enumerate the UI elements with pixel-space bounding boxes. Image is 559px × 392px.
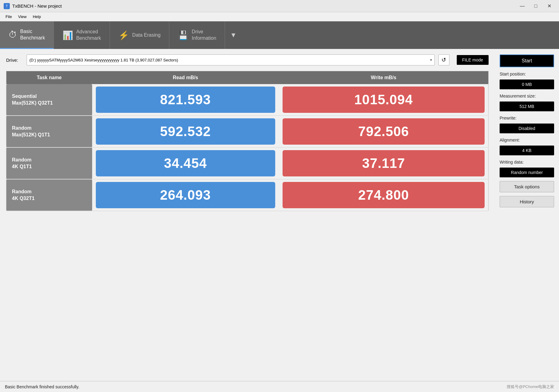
drive-label: Drive:	[6, 57, 23, 63]
writing-data-value: Random number	[500, 168, 554, 177]
title-bar: T TxBENCH - New project — □ ✕	[0, 0, 559, 12]
tab-basic-line1: Basic	[20, 28, 45, 35]
start-position-value: 0 MB	[500, 80, 554, 89]
tab-erasing-line1: Data Erasing	[132, 32, 161, 39]
table-row: Random Max(512K) Q1T1592.532792.506	[6, 116, 489, 147]
minimize-button[interactable]: —	[516, 2, 528, 10]
app-icon: T	[4, 3, 10, 9]
write-cell: 274.800	[279, 179, 489, 211]
write-value: 37.117	[283, 150, 485, 176]
benchmark-table: Task name Read mB/s Write mB/s Sequentia…	[6, 71, 489, 211]
start-button[interactable]: Start	[500, 54, 554, 67]
col-read: Read mB/s	[92, 71, 279, 84]
advanced-benchmark-icon: 📊	[62, 30, 73, 40]
tab-basic-line2: Benchmark	[20, 35, 45, 41]
tab-info-line2: Information	[192, 35, 216, 42]
tab-drive-information[interactable]: 💾 Drive Information	[169, 21, 225, 49]
menu-help[interactable]: Help	[30, 13, 44, 20]
title-bar-left: T TxBENCH - New project	[4, 3, 62, 9]
task-options-button[interactable]: Task options	[500, 181, 554, 192]
task-cell: Random Max(512K) Q1T1	[6, 116, 92, 147]
title-bar-controls: — □ ✕	[516, 2, 555, 10]
col-task-name: Task name	[6, 71, 92, 84]
tab-advanced-line2: Benchmark	[76, 35, 101, 42]
basic-benchmark-icon: ⏱	[9, 30, 17, 40]
tab-dropdown-button[interactable]: ▼	[225, 21, 242, 49]
menu-file[interactable]: File	[2, 13, 15, 20]
tab-data-erasing[interactable]: ⚡ Data Erasing	[110, 21, 170, 49]
read-value: 821.593	[96, 87, 275, 113]
window-title: TxBENCH - New project	[12, 3, 62, 9]
tab-info-line1: Drive	[192, 29, 216, 35]
refresh-icon: ↺	[441, 57, 446, 63]
read-value: 592.532	[96, 118, 275, 145]
measurement-size-value: 512 MB	[500, 102, 554, 111]
alignment-value: 4 KB	[500, 146, 554, 155]
file-mode-button[interactable]: FILE mode	[457, 55, 489, 65]
menu-bar: File View Help	[0, 12, 559, 21]
read-value: 34.454	[96, 150, 275, 176]
drive-select-value: (D:) yyyyyySATMyyyySA2M63 Xesirseyyyyyyy…	[29, 58, 178, 62]
task-cell: Sequential Max(512K) Q32T1	[6, 84, 92, 116]
task-cell: Random 4K Q1T1	[6, 147, 92, 179]
right-panel: Start Start position: 0 MB Measurement s…	[495, 49, 559, 381]
maximize-button[interactable]: □	[530, 2, 542, 10]
task-name: Sequential Max(512K) Q32T1	[12, 93, 87, 107]
task-name: Random 4K Q1T1	[12, 157, 87, 170]
drive-information-icon: 💾	[178, 30, 189, 40]
prewrite-label: Prewrite:	[500, 116, 554, 120]
task-name: Random Max(512K) Q1T1	[12, 125, 87, 139]
read-value: 264.093	[96, 182, 275, 208]
write-cell: 792.506	[279, 116, 489, 147]
read-cell: 34.454	[92, 147, 279, 179]
table-row: Random 4K Q1T134.45437.117	[6, 147, 489, 179]
drive-row: Drive: (D:) yyyyyySATMyyyySA2M63 Xesirse…	[6, 54, 489, 65]
status-text: Basic Benchmark finished successfully.	[5, 384, 79, 389]
main-content: Drive: (D:) yyyyyySATMyyyySA2M63 Xesirse…	[0, 49, 559, 381]
menu-view[interactable]: View	[15, 13, 30, 20]
status-bar: Basic Benchmark finished successfully. 搜…	[0, 381, 559, 392]
alignment-label: Alignment:	[500, 138, 554, 142]
col-write: Write mB/s	[279, 71, 489, 84]
write-cell: 1015.094	[279, 84, 489, 116]
table-row: Sequential Max(512K) Q32T1821.5931015.09…	[6, 84, 489, 116]
read-cell: 821.593	[92, 84, 279, 116]
drive-select-dropdown[interactable]: (D:) yyyyyySATMyyyySA2M63 Xesirseyyyyyyy…	[27, 54, 435, 65]
task-cell: Random 4K Q32T1	[6, 179, 92, 211]
close-button[interactable]: ✕	[543, 2, 555, 10]
read-cell: 592.532	[92, 116, 279, 147]
left-panel: Drive: (D:) yyyyyySATMyyyySA2M63 Xesirse…	[0, 49, 495, 381]
tab-basic-benchmark[interactable]: ⏱ Basic Benchmark	[0, 21, 54, 49]
table-row: Random 4K Q32T1264.093274.800	[6, 179, 489, 211]
data-erasing-icon: ⚡	[118, 30, 129, 40]
write-value: 1015.094	[283, 87, 485, 113]
write-value: 274.800	[283, 182, 485, 208]
start-position-label: Start position:	[500, 72, 554, 76]
drive-dropdown-arrow: ▾	[430, 58, 432, 62]
read-cell: 264.093	[92, 179, 279, 211]
task-name: Random 4K Q32T1	[12, 188, 87, 202]
write-value: 792.506	[283, 118, 485, 145]
write-cell: 37.117	[279, 147, 489, 179]
tab-advanced-line1: Advanced	[76, 29, 101, 35]
writing-data-label: Writing data:	[500, 160, 554, 165]
toolbar: ⏱ Basic Benchmark 📊 Advanced Benchmark ⚡…	[0, 21, 559, 49]
history-button[interactable]: History	[500, 196, 554, 207]
watermark: 搜狐号@PChome电脑之家	[507, 384, 554, 390]
prewrite-value: Disabled	[500, 124, 554, 133]
tab-advanced-benchmark[interactable]: 📊 Advanced Benchmark	[54, 21, 110, 49]
drive-refresh-button[interactable]: ↺	[438, 54, 449, 65]
measurement-size-label: Measurement size:	[500, 94, 554, 98]
